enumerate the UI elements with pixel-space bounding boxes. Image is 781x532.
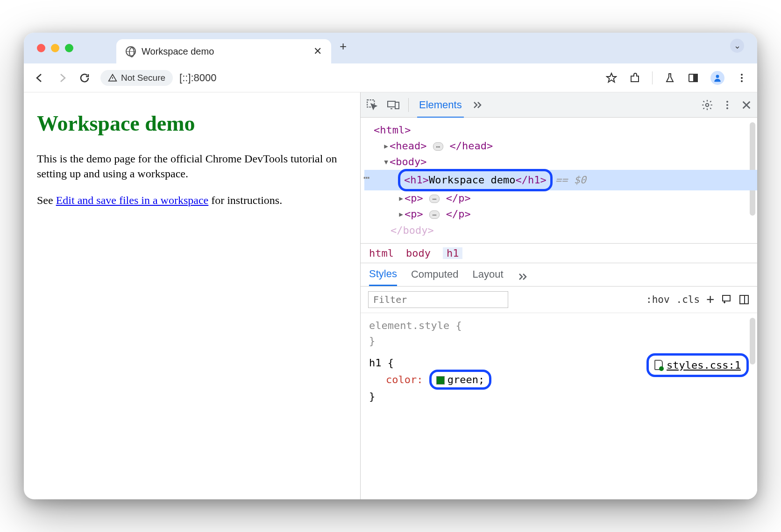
dom-node-head[interactable]: ▸<head> ⋯ </head> (364, 138, 757, 154)
svg-point-3 (741, 74, 743, 76)
back-button[interactable] (33, 72, 46, 84)
svg-rect-8 (395, 102, 399, 109)
address-bar[interactable]: Not Secure [::]:8000 (100, 68, 217, 88)
styles-tab-styles[interactable]: Styles (369, 268, 397, 286)
globe-icon (126, 46, 136, 56)
scrollbar[interactable] (750, 122, 755, 216)
devtools-divider (408, 98, 409, 112)
svg-rect-13 (723, 295, 730, 301)
dom-breadcrumb: html body h1 (361, 243, 757, 263)
inspect-icon[interactable] (366, 99, 378, 111)
styles-tabbar: Styles Computed Layout (361, 263, 757, 287)
para2-prefix: See (37, 194, 56, 206)
more-styles-tabs-icon[interactable] (518, 272, 529, 281)
page-heading: Workspace demo (37, 109, 347, 138)
devtools-menu-icon[interactable] (722, 99, 733, 111)
browser-tab[interactable]: Workspace demo ✕ (116, 39, 331, 63)
dom-node-body[interactable]: ▾<body> (364, 154, 757, 170)
css-rules-pane[interactable]: element.style { } h1 { color: green; } s… (361, 313, 757, 499)
format-icon[interactable] (721, 294, 732, 305)
svg-point-9 (706, 103, 709, 106)
bookmark-icon[interactable] (605, 72, 618, 84)
svg-rect-7 (388, 101, 395, 107)
scrollbar[interactable] (750, 318, 755, 364)
window-close-button[interactable] (37, 44, 45, 52)
crumb-h1[interactable]: h1 (443, 247, 463, 259)
close-brace: } (369, 389, 749, 404)
styles-tab-computed[interactable]: Computed (411, 268, 459, 285)
security-chip[interactable]: Not Secure (100, 70, 173, 86)
color-swatch[interactable] (436, 376, 445, 385)
new-style-rule-button[interactable]: + (706, 292, 714, 307)
dom-node-p1[interactable]: ▸<p> ⋯ </p> (364, 190, 757, 206)
file-icon (654, 360, 663, 370)
devtools-tabbar: Elements (361, 92, 757, 118)
crumb-html[interactable]: html (369, 247, 394, 259)
styles-tab-layout[interactable]: Layout (472, 268, 503, 285)
dom-tree[interactable]: <html> ▸<head> ⋯ </head> ▾<body> <h1>Wor… (361, 118, 757, 243)
computed-panel-icon[interactable] (738, 294, 750, 305)
forward-button[interactable] (56, 72, 69, 84)
device-toggle-icon[interactable] (387, 99, 400, 111)
rule-source-link[interactable]: styles.css:1 (646, 354, 749, 376)
toolbar-divider (652, 71, 653, 84)
url-text: [::]:8000 (179, 72, 217, 84)
security-label: Not Secure (121, 73, 165, 83)
devtools-panel: Elements <html> (360, 92, 757, 499)
kebab-menu-icon[interactable] (736, 72, 748, 84)
tutorial-link[interactable]: Edit and save files in a workspace (56, 194, 209, 206)
tab-strip: Workspace demo ✕ + ⌄ (24, 33, 757, 63)
svg-rect-1 (694, 74, 697, 82)
svg-point-12 (726, 107, 728, 109)
svg-point-2 (716, 75, 719, 78)
labs-icon[interactable] (664, 72, 676, 84)
page-paragraph-2: See Edit and save files in a workspace f… (37, 193, 347, 208)
selection-indicator: == $0 (555, 174, 586, 186)
window-dropdown-button[interactable]: ⌄ (730, 39, 744, 53)
content-area: Workspace demo This is the demo page for… (24, 92, 757, 499)
highlight-annotation: <h1>Workspace demo</h1> (398, 169, 553, 191)
tab-close-button[interactable]: ✕ (313, 45, 322, 57)
devtools-tab-elements[interactable]: Elements (417, 99, 464, 118)
page-paragraph-1: This is the demo page for the official C… (37, 151, 347, 182)
more-tabs-icon[interactable] (472, 100, 483, 110)
extensions-icon[interactable] (629, 72, 641, 84)
side-panel-icon[interactable] (687, 72, 699, 84)
svg-point-10 (726, 101, 728, 103)
window-maximize-button[interactable] (65, 44, 73, 52)
window-controls (37, 44, 73, 52)
highlight-annotation: styles.css:1 (646, 353, 749, 377)
cls-toggle[interactable]: .cls (676, 294, 700, 305)
warning-icon (108, 73, 117, 83)
element-style-rule[interactable]: element.style { (369, 318, 749, 333)
window-minimize-button[interactable] (51, 44, 59, 52)
dom-node-p2[interactable]: ▸<p> ⋯ </p> (364, 206, 757, 222)
close-brace: } (369, 333, 749, 349)
new-tab-button[interactable]: + (340, 39, 347, 54)
source-filename: styles.css:1 (667, 357, 741, 373)
para2-suffix: for instructions. (208, 194, 282, 206)
devtools-close-icon[interactable] (741, 100, 752, 110)
styles-filter-input[interactable] (368, 291, 508, 308)
dom-node-h1-selected[interactable]: <h1>Workspace demo</h1>== $0 (364, 170, 757, 190)
reload-button[interactable] (78, 72, 91, 84)
highlight-annotation: green; (429, 370, 491, 390)
crumb-body[interactable]: body (406, 247, 431, 259)
dom-node-body-close[interactable]: </body> (364, 223, 757, 238)
toolbar-actions (605, 71, 748, 85)
styles-filter-row: :hov .cls + (361, 287, 757, 313)
hov-toggle[interactable]: :hov (646, 294, 670, 305)
rendered-page: Workspace demo This is the demo page for… (24, 92, 360, 499)
svg-point-4 (741, 77, 743, 79)
tab-title: Workspace demo (142, 46, 214, 57)
dom-node-html[interactable]: <html> (364, 122, 757, 138)
svg-point-11 (726, 104, 728, 106)
browser-window: Workspace demo ✕ + ⌄ Not Secure [::]:800… (24, 33, 757, 499)
browser-toolbar: Not Secure [::]:8000 (24, 63, 757, 92)
svg-point-5 (741, 80, 743, 82)
profile-avatar[interactable] (710, 71, 724, 85)
settings-icon[interactable] (701, 99, 713, 111)
